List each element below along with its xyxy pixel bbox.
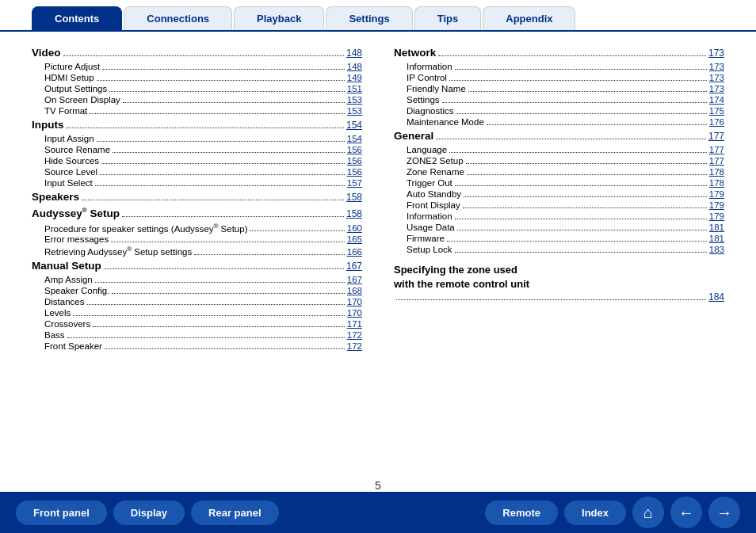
rear-panel-button[interactable]: Rear panel: [191, 501, 278, 525]
toc-source-rename: Source Rename 156: [32, 145, 362, 155]
bottom-nav: Front panel Display Rear panel Remote In…: [0, 492, 756, 533]
home-button[interactable]: ⌂: [632, 497, 664, 528]
section-title-network: Network: [394, 47, 436, 59]
toc-amp-assign: Amp Assign 167: [32, 275, 362, 285]
tab-tips[interactable]: Tips: [414, 6, 482, 30]
toc-language: Language 177: [394, 145, 724, 155]
toc-input-assign: Input Assign 154: [32, 134, 362, 144]
page-speakers[interactable]: 158: [346, 192, 362, 203]
section-video: Video 148: [32, 47, 362, 60]
content-area: Video 148 Picture Adjust 148 HDMI Setup …: [0, 32, 756, 475]
remote-button[interactable]: Remote: [485, 501, 558, 525]
toc-bass: Bass 172: [32, 330, 362, 341]
section-title-video: Video: [32, 47, 61, 59]
toc-output-settings: Output Settings 151: [32, 84, 362, 94]
section-speakers: Speakers 158: [32, 191, 362, 204]
toc-zone-rename: Zone Rename 178: [394, 167, 724, 177]
toc-front-speaker: Front Speaker 172: [32, 341, 362, 352]
page-number: 5: [375, 479, 381, 492]
tab-connections[interactable]: Connections: [124, 6, 232, 30]
toc-trigger-out: Trigger Out 178: [394, 178, 724, 188]
toc-diagnostics: Diagnostics 175: [394, 106, 724, 116]
toc-firmware: Firmware 181: [394, 234, 724, 244]
front-panel-button[interactable]: Front panel: [16, 501, 107, 525]
section-title-general: General: [394, 130, 433, 142]
section-inputs: Inputs 154: [32, 119, 362, 132]
section-title-inputs: Inputs: [32, 119, 64, 131]
forward-button[interactable]: →: [708, 497, 740, 528]
index-button[interactable]: Index: [564, 501, 626, 525]
toc-on-screen-display: On Screen Display 153: [32, 95, 362, 105]
back-button[interactable]: ←: [670, 497, 702, 528]
toc-settings: Settings 174: [394, 95, 724, 105]
tab-bar: Contents Connections Playback Settings T…: [0, 0, 756, 32]
section-title-speakers: Speakers: [32, 191, 79, 203]
page-video[interactable]: 148: [346, 48, 362, 59]
section-title-audyssey: Audyssey® Setup: [32, 207, 120, 219]
page-audyssey[interactable]: 158: [346, 208, 362, 219]
bottom-nav-right: Remote Index ⌂ ← →: [485, 497, 740, 528]
section-general: General 177: [394, 130, 724, 143]
toc-error-messages: Error messages 165: [32, 234, 362, 245]
toc-information: Information 173: [394, 62, 724, 72]
tab-appendix[interactable]: Appendix: [483, 6, 575, 30]
toc-source-level: Source Level 156: [32, 167, 362, 177]
toc-zone-remote: Specifying the zone used with the remote…: [394, 263, 724, 303]
toc-tv-format: TV Format 153: [32, 106, 362, 116]
page-inputs[interactable]: 154: [346, 120, 362, 131]
page-manual-setup[interactable]: 167: [346, 261, 362, 272]
toc-usage-data: Usage Data 181: [394, 223, 724, 233]
page-network[interactable]: 173: [708, 48, 724, 59]
page-general[interactable]: 177: [708, 131, 724, 142]
toc-ip-control: IP Control 173: [394, 73, 724, 83]
section-audyssey: Audyssey® Setup 158: [32, 207, 362, 221]
toc-hdmi-setup: HDMI Setup 149: [32, 73, 362, 83]
tab-settings[interactable]: Settings: [326, 6, 412, 30]
left-column: Video 148 Picture Adjust 148 HDMI Setup …: [32, 44, 362, 467]
toc-picture-adjust: Picture Adjust 148: [32, 62, 362, 72]
toc-input-select: Input Select 157: [32, 178, 362, 188]
section-title-manual-setup: Manual Setup: [32, 260, 101, 272]
toc-maintenance-mode: Maintenance Mode 176: [394, 117, 724, 128]
toc-speaker-config: Speaker Config. 168: [32, 286, 362, 296]
toc-retrieving-audyssey: Retrieving Audyssey® Setup settings 166: [32, 246, 362, 257]
display-button[interactable]: Display: [113, 501, 185, 525]
toc-distances: Distances 170: [32, 297, 362, 307]
section-manual-setup: Manual Setup 167: [32, 260, 362, 273]
toc-audyssey-procedure: Procedure for speaker settings (Audyssey…: [32, 223, 362, 234]
toc-setup-lock: Setup Lock 183: [394, 245, 724, 255]
toc-hide-sources: Hide Sources 156: [32, 156, 362, 166]
toc-crossovers: Crossovers 171: [32, 319, 362, 329]
toc-levels: Levels 170: [32, 308, 362, 318]
tab-playback[interactable]: Playback: [234, 6, 324, 30]
toc-auto-standby: Auto Standby 179: [394, 189, 724, 200]
section-network: Network 173: [394, 47, 724, 60]
tab-contents[interactable]: Contents: [32, 6, 122, 30]
toc-front-display: Front Display 179: [394, 200, 724, 211]
bottom-nav-left: Front panel Display Rear panel: [16, 501, 279, 525]
toc-friendly-name: Friendly Name 173: [394, 84, 724, 94]
right-column: Network 173 Information 173 IP Control 1…: [394, 44, 724, 467]
toc-zone2-setup: ZONE2 Setup 177: [394, 156, 724, 166]
toc-information-2: Information 179: [394, 211, 724, 222]
